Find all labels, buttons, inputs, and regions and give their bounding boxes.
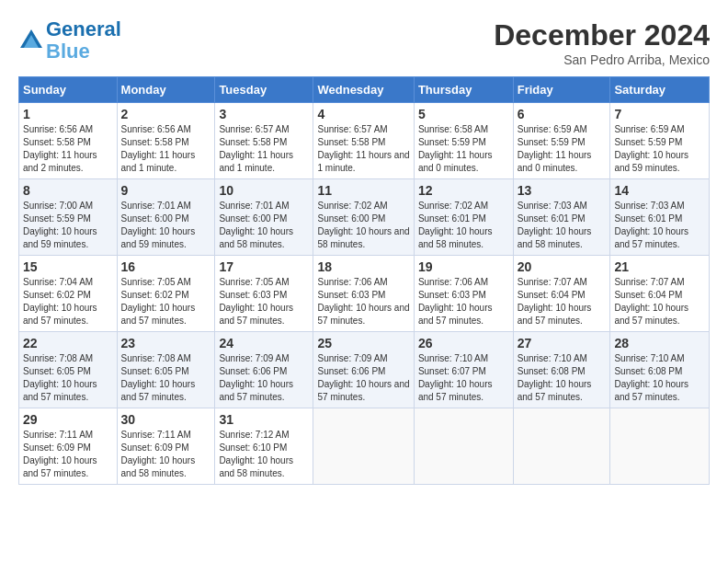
day-number: 1 [23, 107, 113, 121]
calendar-cell [513, 408, 610, 485]
calendar-cell: 12 Sunrise: 7:02 AM Sunset: 6:01 PM Dayl… [414, 179, 513, 256]
day-number: 21 [614, 259, 705, 274]
day-info: Sunrise: 7:11 AM Sunset: 6:09 PM Dayligh… [121, 429, 211, 480]
day-number: 30 [121, 412, 211, 427]
location: San Pedro Arriba, Mexico [494, 52, 710, 67]
calendar-cell: 6 Sunrise: 6:59 AM Sunset: 5:59 PM Dayli… [513, 103, 610, 179]
calendar-cell: 20 Sunrise: 7:07 AM Sunset: 6:04 PM Dayl… [513, 256, 610, 332]
day-number: 10 [219, 183, 309, 198]
calendar-day-header: Tuesday [215, 77, 313, 103]
calendar-cell: 22 Sunrise: 7:08 AM Sunset: 6:05 PM Dayl… [19, 332, 118, 408]
calendar-cell: 27 Sunrise: 7:10 AM Sunset: 6:08 PM Dayl… [513, 332, 610, 408]
day-number: 26 [418, 336, 509, 350]
calendar-cell: 4 Sunrise: 6:57 AM Sunset: 5:58 PM Dayli… [313, 103, 414, 179]
day-info: Sunrise: 6:57 AM Sunset: 5:58 PM Dayligh… [317, 123, 409, 175]
calendar-cell: 26 Sunrise: 7:10 AM Sunset: 6:07 PM Dayl… [414, 332, 513, 408]
calendar-week-row: 29 Sunrise: 7:11 AM Sunset: 6:09 PM Dayl… [19, 408, 710, 485]
calendar-cell: 25 Sunrise: 7:09 AM Sunset: 6:06 PM Dayl… [313, 332, 414, 408]
calendar-cell: 7 Sunrise: 6:59 AM Sunset: 5:59 PM Dayli… [610, 103, 710, 179]
day-info: Sunrise: 7:01 AM Sunset: 6:00 PM Dayligh… [219, 200, 309, 251]
calendar-week-row: 8 Sunrise: 7:00 AM Sunset: 5:59 PM Dayli… [19, 179, 710, 256]
calendar-cell: 29 Sunrise: 7:11 AM Sunset: 6:09 PM Dayl… [19, 408, 118, 485]
calendar-cell: 1 Sunrise: 6:56 AM Sunset: 5:58 PM Dayli… [19, 103, 118, 179]
day-number: 2 [121, 107, 211, 121]
day-info: Sunrise: 7:01 AM Sunset: 6:00 PM Dayligh… [121, 200, 211, 251]
day-number: 19 [418, 259, 509, 274]
day-info: Sunrise: 7:07 AM Sunset: 6:04 PM Dayligh… [518, 276, 607, 327]
day-info: Sunrise: 7:09 AM Sunset: 6:06 PM Dayligh… [317, 352, 409, 404]
day-info: Sunrise: 7:09 AM Sunset: 6:06 PM Dayligh… [219, 352, 309, 404]
day-number: 18 [317, 259, 409, 274]
day-info: Sunrise: 6:58 AM Sunset: 5:59 PM Dayligh… [418, 123, 509, 175]
calendar-day-header: Friday [513, 77, 610, 103]
day-number: 9 [121, 183, 211, 198]
day-number: 3 [219, 107, 309, 121]
calendar-cell: 30 Sunrise: 7:11 AM Sunset: 6:09 PM Dayl… [117, 408, 215, 485]
calendar-cell: 13 Sunrise: 7:03 AM Sunset: 6:01 PM Dayl… [513, 179, 610, 256]
calendar-cell: 14 Sunrise: 7:03 AM Sunset: 6:01 PM Dayl… [610, 179, 710, 256]
calendar-cell [610, 408, 710, 485]
day-number: 17 [219, 259, 309, 274]
day-info: Sunrise: 6:56 AM Sunset: 5:58 PM Dayligh… [121, 123, 211, 175]
calendar-cell: 19 Sunrise: 7:06 AM Sunset: 6:03 PM Dayl… [414, 256, 513, 332]
calendar-cell: 24 Sunrise: 7:09 AM Sunset: 6:06 PM Dayl… [215, 332, 313, 408]
day-number: 14 [614, 183, 705, 198]
day-number: 5 [418, 107, 509, 121]
calendar-cell: 31 Sunrise: 7:12 AM Sunset: 6:10 PM Dayl… [215, 408, 313, 485]
page-header: General Blue December 2024 San Pedro Arr… [18, 18, 710, 67]
day-info: Sunrise: 7:12 AM Sunset: 6:10 PM Dayligh… [219, 429, 309, 480]
calendar-cell [414, 408, 513, 485]
calendar-cell: 2 Sunrise: 6:56 AM Sunset: 5:58 PM Dayli… [117, 103, 215, 179]
day-number: 15 [23, 259, 113, 274]
day-info: Sunrise: 7:10 AM Sunset: 6:08 PM Dayligh… [518, 352, 607, 404]
day-number: 8 [23, 183, 113, 198]
day-info: Sunrise: 7:02 AM Sunset: 6:01 PM Dayligh… [418, 200, 509, 251]
calendar-cell: 10 Sunrise: 7:01 AM Sunset: 6:00 PM Dayl… [215, 179, 313, 256]
title-block: December 2024 San Pedro Arriba, Mexico [494, 18, 710, 67]
day-info: Sunrise: 6:56 AM Sunset: 5:58 PM Dayligh… [23, 123, 113, 175]
day-number: 4 [317, 107, 409, 121]
calendar-cell [313, 408, 414, 485]
calendar-cell: 17 Sunrise: 7:05 AM Sunset: 6:03 PM Dayl… [215, 256, 313, 332]
day-info: Sunrise: 7:08 AM Sunset: 6:05 PM Dayligh… [121, 352, 211, 404]
calendar-cell: 21 Sunrise: 7:07 AM Sunset: 6:04 PM Dayl… [610, 256, 710, 332]
month-title: December 2024 [494, 18, 710, 52]
day-number: 31 [219, 412, 309, 427]
calendar-cell: 23 Sunrise: 7:08 AM Sunset: 6:05 PM Dayl… [117, 332, 215, 408]
day-number: 22 [23, 336, 113, 350]
day-number: 20 [518, 259, 607, 274]
day-info: Sunrise: 7:05 AM Sunset: 6:02 PM Dayligh… [121, 276, 211, 327]
day-number: 29 [23, 412, 113, 427]
day-info: Sunrise: 7:11 AM Sunset: 6:09 PM Dayligh… [23, 429, 113, 480]
day-number: 24 [219, 336, 309, 350]
calendar-day-header: Wednesday [313, 77, 414, 103]
day-number: 16 [121, 259, 211, 274]
day-info: Sunrise: 7:04 AM Sunset: 6:02 PM Dayligh… [23, 276, 113, 327]
calendar-cell: 16 Sunrise: 7:05 AM Sunset: 6:02 PM Dayl… [117, 256, 215, 332]
calendar-cell: 3 Sunrise: 6:57 AM Sunset: 5:58 PM Dayli… [215, 103, 313, 179]
day-number: 12 [418, 183, 509, 198]
day-number: 13 [518, 183, 607, 198]
calendar-cell: 5 Sunrise: 6:58 AM Sunset: 5:59 PM Dayli… [414, 103, 513, 179]
day-info: Sunrise: 7:10 AM Sunset: 6:07 PM Dayligh… [418, 352, 509, 404]
day-info: Sunrise: 7:07 AM Sunset: 6:04 PM Dayligh… [614, 276, 705, 327]
day-number: 27 [518, 336, 607, 350]
calendar-week-row: 1 Sunrise: 6:56 AM Sunset: 5:58 PM Dayli… [19, 103, 710, 179]
calendar-cell: 11 Sunrise: 7:02 AM Sunset: 6:00 PM Dayl… [313, 179, 414, 256]
day-info: Sunrise: 6:59 AM Sunset: 5:59 PM Dayligh… [614, 123, 705, 175]
day-info: Sunrise: 6:57 AM Sunset: 5:58 PM Dayligh… [219, 123, 309, 175]
day-info: Sunrise: 7:08 AM Sunset: 6:05 PM Dayligh… [23, 352, 113, 404]
calendar-day-header: Sunday [19, 77, 118, 103]
day-number: 6 [518, 107, 607, 121]
day-info: Sunrise: 7:03 AM Sunset: 6:01 PM Dayligh… [518, 200, 607, 251]
calendar-cell: 15 Sunrise: 7:04 AM Sunset: 6:02 PM Dayl… [19, 256, 118, 332]
day-info: Sunrise: 7:10 AM Sunset: 6:08 PM Dayligh… [614, 352, 705, 404]
day-info: Sunrise: 7:00 AM Sunset: 5:59 PM Dayligh… [23, 200, 113, 251]
logo: General Blue [18, 18, 121, 63]
calendar-week-row: 15 Sunrise: 7:04 AM Sunset: 6:02 PM Dayl… [19, 256, 710, 332]
calendar-day-header: Saturday [610, 77, 710, 103]
day-number: 11 [317, 183, 409, 198]
day-info: Sunrise: 7:03 AM Sunset: 6:01 PM Dayligh… [614, 200, 705, 251]
calendar-week-row: 22 Sunrise: 7:08 AM Sunset: 6:05 PM Dayl… [19, 332, 710, 408]
day-number: 28 [614, 336, 705, 350]
